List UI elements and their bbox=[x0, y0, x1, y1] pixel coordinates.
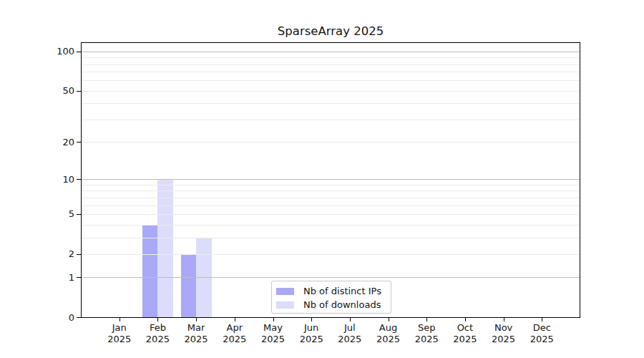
y-gridline-minor-80 bbox=[82, 64, 580, 65]
legend-swatch-downloads bbox=[276, 301, 294, 309]
x-tick-label-feb: Feb 2025 bbox=[136, 322, 179, 344]
legend-swatch-distinct-ips bbox=[276, 288, 294, 295]
x-tick-label-mar: Mar 2025 bbox=[175, 322, 218, 344]
y-gridline-minor-7 bbox=[82, 198, 580, 198]
x-tick-label-aug: Aug 2025 bbox=[367, 322, 410, 344]
x-tick-label-oct: Oct 2025 bbox=[444, 322, 487, 344]
y-tick-mark-0 bbox=[77, 317, 81, 318]
y-tick-label-5: 5 bbox=[40, 208, 74, 219]
x-tick-label-apr: Apr 2025 bbox=[213, 322, 256, 344]
y-tick-mark-20 bbox=[77, 142, 81, 142]
plot-area bbox=[81, 42, 580, 318]
y-gridline-major-100 bbox=[82, 52, 580, 52]
x-tick-label-sep: Sep 2025 bbox=[405, 322, 448, 344]
x-tick-label-jul: Jul 2025 bbox=[328, 322, 371, 344]
y-tick-label-50: 50 bbox=[40, 85, 74, 96]
y-tick-label-2: 2 bbox=[40, 248, 74, 259]
legend-label-downloads: Nb of downloads bbox=[303, 299, 381, 310]
y-tick-mark-50 bbox=[77, 91, 81, 92]
x-tick-mark-feb bbox=[157, 318, 158, 321]
y-gridline-minor-2 bbox=[82, 254, 580, 255]
legend-item-downloads: Nb of downloads bbox=[272, 298, 391, 311]
legend-label-distinct-ips: Nb of distinct IPs bbox=[303, 286, 381, 296]
y-tick-mark-5 bbox=[77, 214, 81, 215]
y-gridline-minor-60 bbox=[82, 80, 580, 81]
y-gridline-major-1 bbox=[82, 277, 580, 278]
y-tick-mark-100 bbox=[77, 52, 81, 52]
y-gridline-major-10 bbox=[82, 179, 580, 180]
y-gridline-minor-20 bbox=[82, 142, 580, 142]
y-gridline-minor-70 bbox=[82, 72, 580, 72]
y-gridline-minor-30 bbox=[82, 120, 580, 120]
y-gridline-minor-4 bbox=[82, 225, 580, 226]
x-tick-mark-apr bbox=[235, 318, 235, 321]
x-tick-mark-mar bbox=[196, 318, 197, 321]
y-gridline-minor-5 bbox=[82, 214, 580, 215]
legend-item-distinct-ips: Nb of distinct IPs bbox=[272, 284, 391, 298]
x-tick-mark-oct bbox=[465, 318, 466, 321]
x-tick-mark-jul bbox=[350, 318, 351, 321]
x-tick-mark-jun bbox=[311, 318, 312, 321]
y-tick-mark-1 bbox=[77, 277, 81, 278]
y-tick-label-10: 10 bbox=[40, 174, 74, 185]
y-gridline-minor-8 bbox=[82, 190, 580, 191]
x-tick-label-may: May 2025 bbox=[252, 322, 295, 344]
y-gridline-minor-3 bbox=[82, 238, 580, 238]
x-tick-mark-may bbox=[273, 318, 274, 321]
x-tick-label-dec: Dec 2025 bbox=[520, 322, 563, 344]
x-tick-label-nov: Nov 2025 bbox=[482, 322, 525, 344]
y-gridline-minor-90 bbox=[82, 57, 580, 58]
x-tick-mark-jan bbox=[119, 318, 120, 321]
y-gridline-minor-50 bbox=[82, 91, 580, 92]
y-gridline-minor-6 bbox=[82, 205, 580, 206]
y-tick-label-0: 0 bbox=[40, 312, 74, 323]
x-tick-label-jun: Jun 2025 bbox=[290, 322, 333, 344]
figure: SparseArray 2025 0125102050100Jan 2025Fe… bbox=[0, 0, 644, 358]
y-tick-mark-2 bbox=[77, 254, 81, 255]
y-gridline-minor-9 bbox=[82, 185, 580, 185]
grid-layer bbox=[82, 43, 580, 317]
y-gridline-minor-40 bbox=[82, 103, 580, 104]
x-tick-mark-dec bbox=[542, 318, 542, 321]
chart-title: SparseArray 2025 bbox=[81, 24, 580, 39]
x-tick-mark-sep bbox=[426, 318, 427, 321]
y-tick-label-1: 1 bbox=[40, 272, 74, 283]
y-tick-label-20: 20 bbox=[40, 137, 74, 147]
y-tick-mark-10 bbox=[77, 179, 81, 180]
x-tick-mark-nov bbox=[504, 318, 504, 321]
y-tick-label-100: 100 bbox=[40, 46, 74, 57]
x-tick-mark-aug bbox=[389, 318, 389, 321]
x-tick-label-jan: Jan 2025 bbox=[98, 322, 141, 344]
legend: Nb of distinct IPs Nb of downloads bbox=[271, 281, 391, 314]
